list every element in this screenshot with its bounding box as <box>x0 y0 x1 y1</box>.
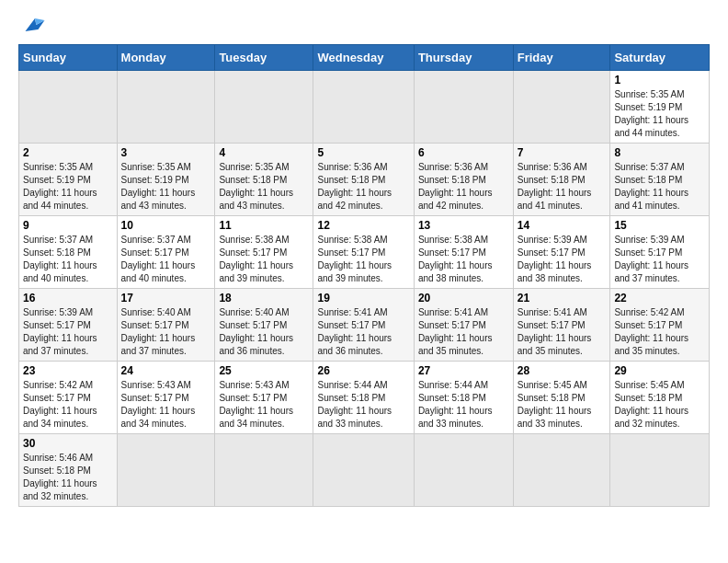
calendar-week-row: 23Sunrise: 5:42 AM Sunset: 5:17 PM Dayli… <box>19 362 710 434</box>
logo-bird-icon <box>22 15 48 35</box>
day-number: 9 <box>23 219 113 232</box>
day-info: Sunrise: 5:46 AM Sunset: 5:18 PM Dayligh… <box>23 452 113 503</box>
calendar-cell <box>117 434 215 507</box>
day-number: 24 <box>121 364 211 377</box>
calendar-cell <box>313 71 414 144</box>
calendar-header-thursday: Thursday <box>414 45 513 71</box>
calendar-cell: 9Sunrise: 5:37 AM Sunset: 5:18 PM Daylig… <box>19 216 118 289</box>
day-number: 28 <box>518 364 607 377</box>
calendar-cell: 3Sunrise: 5:35 AM Sunset: 5:19 PM Daylig… <box>117 144 215 216</box>
calendar-cell: 17Sunrise: 5:40 AM Sunset: 5:17 PM Dayli… <box>117 289 215 362</box>
day-info: Sunrise: 5:36 AM Sunset: 5:18 PM Dayligh… <box>518 161 607 213</box>
calendar-header-saturday: Saturday <box>610 45 710 71</box>
calendar-cell <box>215 71 313 144</box>
calendar-cell: 19Sunrise: 5:41 AM Sunset: 5:17 PM Dayli… <box>313 289 414 362</box>
day-info: Sunrise: 5:45 AM Sunset: 5:18 PM Dayligh… <box>518 379 607 431</box>
calendar-header-tuesday: Tuesday <box>215 45 313 71</box>
day-info: Sunrise: 5:39 AM Sunset: 5:17 PM Dayligh… <box>614 234 705 285</box>
day-info: Sunrise: 5:39 AM Sunset: 5:17 PM Dayligh… <box>23 306 113 358</box>
calendar-week-row: 16Sunrise: 5:39 AM Sunset: 5:17 PM Dayli… <box>19 289 710 362</box>
day-number: 14 <box>518 219 607 232</box>
day-info: Sunrise: 5:35 AM Sunset: 5:18 PM Dayligh… <box>219 161 309 213</box>
calendar-cell: 23Sunrise: 5:42 AM Sunset: 5:17 PM Dayli… <box>19 362 118 434</box>
calendar-cell: 8Sunrise: 5:37 AM Sunset: 5:18 PM Daylig… <box>610 144 710 216</box>
day-number: 22 <box>614 292 705 304</box>
day-info: Sunrise: 5:41 AM Sunset: 5:17 PM Dayligh… <box>317 306 409 358</box>
calendar-cell: 7Sunrise: 5:36 AM Sunset: 5:18 PM Daylig… <box>513 144 610 216</box>
day-info: Sunrise: 5:43 AM Sunset: 5:17 PM Dayligh… <box>121 379 211 431</box>
day-number: 18 <box>219 292 309 304</box>
calendar-cell: 22Sunrise: 5:42 AM Sunset: 5:17 PM Dayli… <box>610 289 710 362</box>
calendar-week-row: 2Sunrise: 5:35 AM Sunset: 5:19 PM Daylig… <box>19 144 710 216</box>
day-number: 20 <box>418 292 509 304</box>
day-number: 15 <box>614 219 705 232</box>
calendar-cell <box>19 71 118 144</box>
day-number: 29 <box>614 364 705 377</box>
day-number: 30 <box>23 437 113 450</box>
calendar-header-monday: Monday <box>117 45 215 71</box>
day-info: Sunrise: 5:39 AM Sunset: 5:17 PM Dayligh… <box>518 234 607 285</box>
calendar-cell: 28Sunrise: 5:45 AM Sunset: 5:18 PM Dayli… <box>513 362 610 434</box>
page-header <box>18 15 710 35</box>
calendar-header-row: SundayMondayTuesdayWednesdayThursdayFrid… <box>19 45 710 71</box>
day-number: 26 <box>317 364 409 377</box>
day-info: Sunrise: 5:41 AM Sunset: 5:17 PM Dayligh… <box>418 306 509 358</box>
calendar-table: SundayMondayTuesdayWednesdayThursdayFrid… <box>18 44 710 507</box>
calendar-cell: 1Sunrise: 5:35 AM Sunset: 5:19 PM Daylig… <box>610 71 710 144</box>
calendar-cell: 24Sunrise: 5:43 AM Sunset: 5:17 PM Dayli… <box>117 362 215 434</box>
calendar-cell: 2Sunrise: 5:35 AM Sunset: 5:19 PM Daylig… <box>19 144 118 216</box>
day-number: 23 <box>23 364 113 377</box>
day-info: Sunrise: 5:38 AM Sunset: 5:17 PM Dayligh… <box>219 234 309 285</box>
calendar-cell: 10Sunrise: 5:37 AM Sunset: 5:17 PM Dayli… <box>117 216 215 289</box>
day-info: Sunrise: 5:43 AM Sunset: 5:17 PM Dayligh… <box>219 379 309 431</box>
day-number: 2 <box>23 146 113 159</box>
day-number: 25 <box>219 364 309 377</box>
logo <box>18 15 48 35</box>
calendar-cell: 27Sunrise: 5:44 AM Sunset: 5:18 PM Dayli… <box>414 362 513 434</box>
day-number: 27 <box>418 364 509 377</box>
day-info: Sunrise: 5:37 AM Sunset: 5:17 PM Dayligh… <box>121 234 211 285</box>
day-number: 17 <box>121 292 211 304</box>
day-number: 8 <box>614 146 705 159</box>
day-info: Sunrise: 5:35 AM Sunset: 5:19 PM Dayligh… <box>614 88 705 140</box>
calendar-cell: 5Sunrise: 5:36 AM Sunset: 5:18 PM Daylig… <box>313 144 414 216</box>
day-number: 1 <box>614 74 705 86</box>
calendar-cell: 21Sunrise: 5:41 AM Sunset: 5:17 PM Dayli… <box>513 289 610 362</box>
calendar-header-sunday: Sunday <box>19 45 118 71</box>
calendar-cell: 4Sunrise: 5:35 AM Sunset: 5:18 PM Daylig… <box>215 144 313 216</box>
calendar-cell: 18Sunrise: 5:40 AM Sunset: 5:17 PM Dayli… <box>215 289 313 362</box>
day-number: 4 <box>219 146 309 159</box>
day-info: Sunrise: 5:40 AM Sunset: 5:17 PM Dayligh… <box>121 306 211 358</box>
calendar-cell: 30Sunrise: 5:46 AM Sunset: 5:18 PM Dayli… <box>19 434 118 507</box>
calendar-header-friday: Friday <box>513 45 610 71</box>
calendar-cell: 13Sunrise: 5:38 AM Sunset: 5:17 PM Dayli… <box>414 216 513 289</box>
calendar-cell: 15Sunrise: 5:39 AM Sunset: 5:17 PM Dayli… <box>610 216 710 289</box>
calendar-cell: 20Sunrise: 5:41 AM Sunset: 5:17 PM Dayli… <box>414 289 513 362</box>
day-number: 7 <box>518 146 607 159</box>
calendar-cell <box>215 434 313 507</box>
day-info: Sunrise: 5:35 AM Sunset: 5:19 PM Dayligh… <box>23 161 113 213</box>
day-info: Sunrise: 5:35 AM Sunset: 5:19 PM Dayligh… <box>121 161 211 213</box>
calendar-cell: 26Sunrise: 5:44 AM Sunset: 5:18 PM Dayli… <box>313 362 414 434</box>
calendar-cell: 11Sunrise: 5:38 AM Sunset: 5:17 PM Dayli… <box>215 216 313 289</box>
day-info: Sunrise: 5:38 AM Sunset: 5:17 PM Dayligh… <box>317 234 409 285</box>
calendar-cell <box>610 434 710 507</box>
day-number: 19 <box>317 292 409 304</box>
calendar-cell: 25Sunrise: 5:43 AM Sunset: 5:17 PM Dayli… <box>215 362 313 434</box>
day-number: 13 <box>418 219 509 232</box>
day-number: 10 <box>121 219 211 232</box>
calendar-week-row: 1Sunrise: 5:35 AM Sunset: 5:19 PM Daylig… <box>19 71 710 144</box>
day-number: 12 <box>317 219 409 232</box>
day-info: Sunrise: 5:36 AM Sunset: 5:18 PM Dayligh… <box>317 161 409 213</box>
calendar-cell <box>414 71 513 144</box>
calendar-cell <box>513 434 610 507</box>
day-info: Sunrise: 5:37 AM Sunset: 5:18 PM Dayligh… <box>23 234 113 285</box>
calendar-cell <box>513 71 610 144</box>
day-number: 3 <box>121 146 211 159</box>
calendar-week-row: 30Sunrise: 5:46 AM Sunset: 5:18 PM Dayli… <box>19 434 710 507</box>
calendar-cell: 12Sunrise: 5:38 AM Sunset: 5:17 PM Dayli… <box>313 216 414 289</box>
day-info: Sunrise: 5:44 AM Sunset: 5:18 PM Dayligh… <box>418 379 509 431</box>
day-info: Sunrise: 5:40 AM Sunset: 5:17 PM Dayligh… <box>219 306 309 358</box>
day-info: Sunrise: 5:38 AM Sunset: 5:17 PM Dayligh… <box>418 234 509 285</box>
day-info: Sunrise: 5:41 AM Sunset: 5:17 PM Dayligh… <box>518 306 607 358</box>
